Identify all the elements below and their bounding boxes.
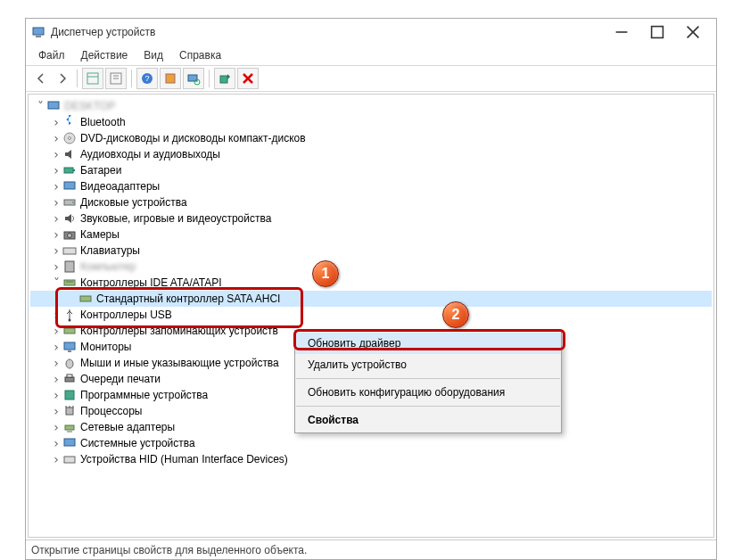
expand-icon[interactable]: › [50, 307, 62, 323]
svg-rect-49 [64, 457, 75, 463]
toolbar-separator [209, 70, 210, 87]
cpu-icon [62, 404, 77, 418]
menu-action[interactable]: Действие [74, 47, 136, 63]
expand-icon[interactable]: › [50, 259, 62, 275]
tree-item-battery[interactable]: ›Батареи [30, 162, 712, 178]
speaker-icon [62, 211, 77, 226]
expand-icon[interactable]: › [50, 114, 62, 130]
svg-rect-30 [65, 261, 74, 272]
menu-update-driver[interactable]: Обновить драйвер [295, 333, 561, 354]
expand-icon[interactable]: › [50, 451, 62, 467]
svg-point-34 [69, 319, 71, 322]
tree-item-keyboard[interactable]: ›Клавиатуры [30, 243, 712, 259]
titlebar: Диспетчер устройств [26, 19, 716, 45]
svg-rect-13 [166, 74, 175, 83]
menu-file[interactable]: Файл [31, 47, 72, 63]
toolbar-separator [131, 70, 132, 87]
expand-icon[interactable]: › [50, 243, 62, 259]
close-button[interactable] [675, 21, 711, 44]
tree-item-ide[interactable]: ˅Контроллеры IDE ATA/ATAPI [30, 275, 712, 291]
menu-help[interactable]: Справка [172, 47, 228, 63]
device-manager-window: Диспетчер устройств Файл Действие Вид Сп… [25, 18, 717, 560]
tree-item-video[interactable]: ›Видеоадаптеры [30, 178, 712, 194]
svg-rect-3 [652, 27, 664, 38]
computer-icon [46, 99, 61, 113]
minimize-button[interactable] [604, 21, 639, 44]
menu-refresh-hw[interactable]: Обновить конфигурацию оборудования [295, 382, 561, 403]
maximize-button[interactable] [639, 21, 675, 44]
menu-separator [296, 378, 560, 379]
tb-delete-icon[interactable] [237, 68, 259, 89]
keyboard-icon [62, 243, 77, 258]
menubar: Файл Действие Вид Справка [26, 45, 716, 65]
tree-item-audio[interactable]: ›Аудиовходы и аудиовыходы [30, 146, 712, 162]
svg-text:?: ? [144, 74, 149, 83]
callout-2: 2 [442, 301, 469, 328]
expand-icon[interactable]: › [50, 387, 62, 403]
expand-icon[interactable]: › [50, 226, 62, 243]
back-button[interactable] [31, 69, 51, 88]
svg-rect-6 [87, 73, 98, 84]
expand-icon[interactable]: › [50, 339, 62, 355]
svg-rect-41 [65, 391, 74, 399]
svg-rect-24 [64, 182, 75, 189]
forward-button[interactable] [53, 69, 72, 88]
pc-icon [62, 259, 77, 274]
tree-item-sound[interactable]: ›Звуковые, игровые и видеоустройства [30, 210, 712, 226]
device-tree[interactable]: ˅ DESKTOP ›Bluetooth ›DVD-дисководы и ди… [28, 94, 714, 538]
expand-icon[interactable]: › [50, 178, 62, 194]
expand-icon[interactable]: › [50, 419, 62, 435]
display-icon [62, 179, 77, 194]
expand-icon[interactable]: › [50, 146, 62, 162]
mouse-icon [62, 356, 77, 370]
tree-item-sata[interactable]: Стандартный контроллер SATA AHCI [30, 291, 712, 307]
svg-rect-35 [64, 328, 75, 334]
svg-rect-48 [64, 439, 75, 446]
root-label: DESKTOP [64, 98, 115, 114]
window-title: Диспетчер устройств [51, 26, 604, 38]
tree-item-bluetooth[interactable]: ›Bluetooth [30, 114, 712, 130]
context-menu: Обновить драйвер Удалить устройство Обно… [294, 330, 562, 433]
system-icon [62, 436, 77, 450]
svg-rect-31 [64, 280, 75, 285]
svg-point-26 [72, 202, 74, 203]
expand-icon[interactable]: › [50, 435, 62, 451]
tb-icon-1[interactable] [82, 68, 103, 89]
tb-icon-3[interactable] [160, 68, 181, 89]
collapse-icon[interactable]: ˅ [50, 275, 62, 291]
expand-icon[interactable]: › [50, 194, 62, 210]
tree-item-disk[interactable]: ›Дисковые устройства [30, 194, 712, 210]
svg-rect-36 [64, 342, 75, 350]
menu-remove-device[interactable]: Удалить устройство [295, 354, 561, 375]
tree-item-computer[interactable]: ›Компьютер [30, 259, 712, 275]
svg-rect-22 [64, 168, 73, 173]
tb-scan-icon[interactable] [183, 68, 204, 89]
expand-icon[interactable]: › [50, 323, 62, 339]
menu-view[interactable]: Вид [136, 47, 170, 63]
tb-help-icon[interactable]: ? [136, 68, 158, 89]
menu-properties[interactable]: Свойства [295, 409, 561, 431]
toolbar: ? [26, 65, 716, 92]
svg-rect-23 [73, 169, 75, 171]
tree-item-usb[interactable]: ›Контроллеры USB [30, 307, 712, 323]
svg-rect-37 [68, 350, 71, 352]
battery-icon [62, 163, 77, 177]
tb-update-icon[interactable] [214, 68, 235, 89]
expand-icon[interactable]: › [50, 210, 62, 226]
expand-icon[interactable]: › [50, 130, 62, 146]
tree-item-dvd[interactable]: ›DVD-дисководы и дисководы компакт-диско… [30, 130, 712, 146]
tree-item-hid[interactable]: ›Устройства HID (Human Interface Devices… [30, 451, 712, 467]
expand-icon[interactable]: › [50, 162, 62, 178]
expand-icon[interactable]: › [50, 371, 62, 387]
tree-root[interactable]: ˅ DESKTOP [30, 98, 712, 114]
tree-item-system[interactable]: ›Системные устройства [30, 435, 712, 451]
tree-item-camera[interactable]: ›Камеры [30, 226, 712, 243]
drive-icon [62, 195, 77, 210]
tb-icon-2[interactable] [105, 68, 127, 89]
svg-rect-42 [66, 408, 73, 415]
collapse-icon[interactable]: ˅ [34, 98, 46, 114]
svg-point-21 [69, 137, 71, 140]
expand-icon[interactable]: › [50, 403, 62, 419]
monitor-icon [62, 340, 77, 354]
expand-icon[interactable]: › [50, 355, 62, 371]
